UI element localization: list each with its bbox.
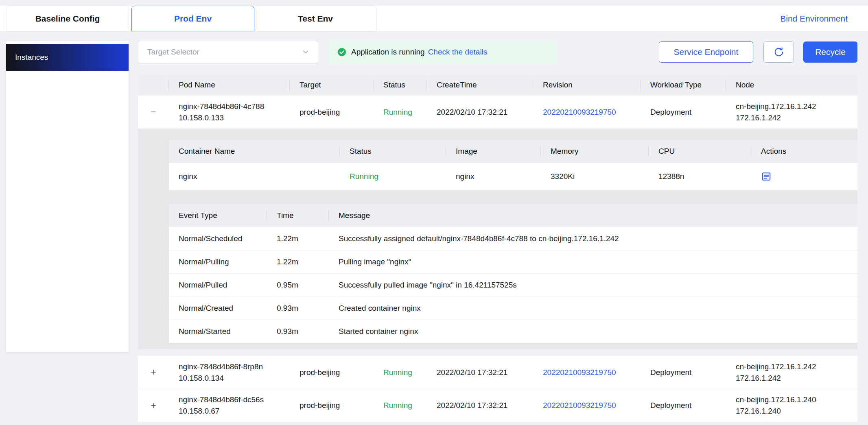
node-ip: 172.16.1.240 (736, 405, 781, 417)
node-cell: cn-beijing.172.16.1.242 172.16.1.242 (726, 96, 857, 129)
containers-table: Container Name Status Image Memory CPU A… (169, 140, 857, 190)
createtime-cell: 2022/02/10 17:32:21 (427, 356, 533, 389)
pod-name: nginx-7848d4b86f-8rp8n (179, 361, 263, 373)
workload-type-cell: Deployment (641, 389, 726, 422)
revision-link[interactable]: 20220210093219750 (543, 368, 616, 377)
node-cell: cn-beijing.172.16.1.242 172.16.1.242 (726, 356, 857, 389)
pod-name: nginx-7848d4b86f-dc56s (179, 394, 264, 405)
container-image-cell: nginx (446, 163, 541, 190)
workload-type-cell: Deployment (641, 356, 726, 389)
container-name-cell: nginx (169, 163, 340, 190)
header-image: Image (446, 140, 541, 163)
detail-spacer (169, 190, 857, 204)
header-workload-type: Workload Type (641, 74, 726, 96)
createtime-cell: 2022/02/10 17:32:21 (427, 389, 533, 422)
check-circle-icon (337, 48, 346, 57)
page-content: Instances Target Selector Application is… (0, 32, 868, 422)
toolbar-actions: Service Endpoint Recycle (659, 41, 857, 63)
collapse-row-toggle[interactable]: − (138, 96, 169, 129)
table-row: + nginx-7848d4b86f-8rp8n 10.158.0.134 pr… (138, 356, 857, 389)
tab-test-env[interactable]: Test Env (254, 6, 377, 31)
container-memory-cell: 3320Ki (541, 163, 649, 190)
pod-ip: 10.158.0.67 (179, 405, 219, 417)
header-toggle-spacer (138, 74, 169, 96)
node-name: cn-beijing.172.16.1.242 (736, 101, 816, 112)
container-row: nginx Running nginx 3320Ki 12388n (169, 163, 857, 190)
header-container-status: Status (340, 140, 446, 163)
header-time: Time (267, 204, 329, 227)
node-name: cn-beijing.172.16.1.242 (736, 361, 816, 373)
event-message-cell: Successfully assigned default/nginx-7848… (329, 227, 857, 250)
event-message-cell: Pulling image "nginx" (329, 251, 857, 273)
status-banner-text: Application is running (351, 48, 425, 57)
container-cpu-cell: 12388n (649, 163, 751, 190)
chevron-down-icon (302, 48, 310, 56)
refresh-button[interactable] (763, 41, 794, 63)
sidebar: Instances (6, 41, 129, 352)
header-message: Message (329, 204, 857, 227)
bind-environment-link[interactable]: Bind Environment (780, 14, 868, 24)
event-type-cell: Normal/Started (169, 320, 267, 343)
event-row: Normal/Created 0.93m Created container n… (169, 296, 857, 320)
row-gap (138, 349, 857, 356)
events-table: Event Type Time Message Normal/Scheduled… (169, 204, 857, 343)
header-event-type: Event Type (169, 204, 267, 227)
node-cell: cn-beijing.172.16.1.240 172.16.1.240 (726, 389, 857, 422)
revision-link[interactable]: 20220210093219750 (543, 401, 616, 410)
pods-table: Pod Name Target Status CreateTime Revisi… (138, 74, 857, 422)
target-cell: prod-beijing (290, 389, 374, 422)
workload-type-cell: Deployment (641, 96, 726, 129)
header-status: Status (374, 74, 427, 96)
header-createtime: CreateTime (427, 74, 533, 96)
pods-table-header: Pod Name Target Status CreateTime Revisi… (138, 74, 857, 96)
header-node: Node (726, 74, 857, 96)
event-type-cell: Normal/Scheduled (169, 227, 267, 250)
revision-link[interactable]: 20220210093219750 (543, 108, 616, 117)
target-cell: prod-beijing (290, 96, 374, 129)
pod-ip: 10.158.0.133 (179, 112, 224, 124)
events-table-header: Event Type Time Message (169, 204, 857, 227)
container-actions-cell (751, 163, 857, 190)
service-endpoint-button[interactable]: Service Endpoint (659, 41, 753, 63)
target-selector-dropdown[interactable]: Target Selector (138, 41, 318, 63)
expand-row-toggle[interactable]: + (138, 389, 169, 422)
pod-ip: 10.158.0.134 (179, 373, 224, 384)
event-time-cell: 0.93m (267, 297, 329, 320)
recycle-button[interactable]: Recycle (803, 41, 857, 63)
header-revision: Revision (533, 74, 641, 96)
tab-prod-env[interactable]: Prod Env (131, 6, 254, 31)
sidebar-item-instances[interactable]: Instances (6, 44, 129, 71)
event-row: Normal/Started 0.93m Started container n… (169, 320, 857, 343)
event-time-cell: 0.95m (267, 274, 329, 296)
main-panel: Target Selector Application is running C… (138, 41, 857, 422)
event-message-cell: Successfully pulled image "nginx" in 16.… (329, 274, 857, 296)
tab-baseline-config[interactable]: Baseline Config (6, 6, 129, 31)
pod-name-cell: nginx-7848d4b86f-4c788 10.158.0.133 (169, 96, 290, 129)
event-message-cell: Started container nginx (329, 320, 857, 343)
header-cpu: CPU (649, 140, 751, 163)
container-logs-icon[interactable] (761, 171, 772, 182)
header-pod-name: Pod Name (169, 74, 290, 96)
container-status-cell: Running (340, 163, 446, 190)
target-selector-placeholder: Target Selector (147, 48, 199, 57)
event-time-cell: 1.22m (267, 251, 329, 273)
table-row: − nginx-7848d4b86f-4c788 10.158.0.133 pr… (138, 96, 857, 129)
pod-name-cell: nginx-7848d4b86f-dc56s 10.158.0.67 (169, 389, 290, 422)
check-details-link[interactable]: Check the details (428, 48, 488, 57)
revision-cell: 20220210093219750 (533, 389, 641, 422)
revision-cell: 20220210093219750 (533, 356, 641, 389)
event-time-cell: 1.22m (267, 227, 329, 250)
expand-row-toggle[interactable]: + (138, 356, 169, 389)
node-ip: 172.16.1.242 (736, 112, 781, 124)
node-name: cn-beijing.172.16.1.240 (736, 394, 816, 405)
status-banner: Application is running Check the details (328, 41, 558, 63)
env-tab-bar: Baseline Config Prod Env Test Env Bind E… (0, 6, 868, 32)
revision-cell: 20220210093219750 (533, 96, 641, 129)
event-message-cell: Created container nginx (329, 297, 857, 320)
status-cell: Running (374, 96, 427, 129)
header-memory: Memory (541, 140, 649, 163)
refresh-icon (774, 47, 784, 57)
event-row: Normal/Pulling 1.22m Pulling image "ngin… (169, 250, 857, 273)
event-row: Normal/Pulled 0.95m Successfully pulled … (169, 273, 857, 296)
pod-name: nginx-7848d4b86f-4c788 (179, 101, 264, 112)
